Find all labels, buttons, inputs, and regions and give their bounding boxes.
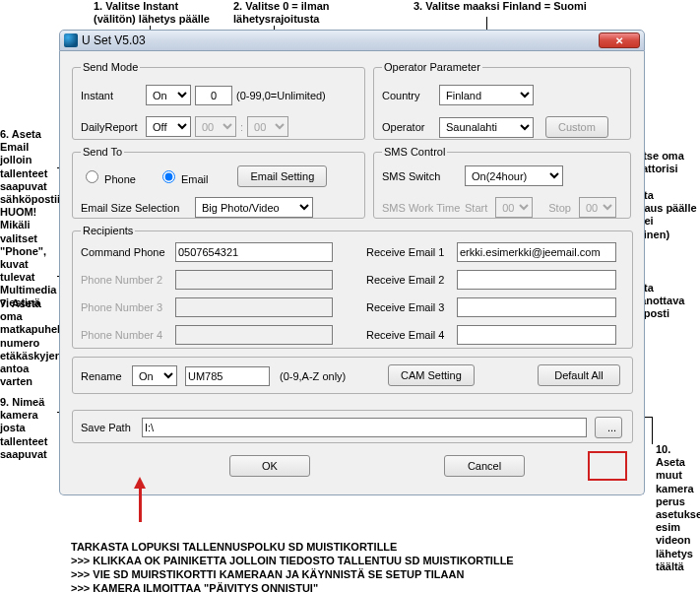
daily-min-select: 00 — [247, 116, 288, 137]
label-command-phone: Command Phone — [81, 246, 171, 258]
label-stop: Stop — [548, 202, 571, 214]
window-titlebar: U Set V5.03 ✕ — [59, 30, 645, 51]
group-operator-parameter: Operator Parameter Country Finland Opera… — [373, 61, 631, 140]
save-path-input[interactable] — [142, 418, 587, 437]
label-save-path: Save Path — [81, 422, 138, 433]
rename-input[interactable] — [185, 366, 270, 386]
close-button[interactable]: ✕ — [599, 33, 640, 48]
annot-10: 10. Aseta muut kamera perus asetukset es… — [656, 443, 700, 573]
app-icon — [64, 33, 78, 47]
legend-send-mode: Send Mode — [81, 61, 140, 73]
footer-line4: >>> KAMERA ILMOITTAA "PÄIVITYS ONNISTUI" — [71, 581, 318, 592]
legend-sms-control: SMS Control — [382, 146, 447, 158]
label-recv-email2: Receive Email 2 — [366, 274, 453, 286]
footer-line2: >>> KLIKKAA OK PAINIKETTA JOLLOIN TIEDOS… — [71, 554, 514, 567]
annot-2: 2. Valitse 0 = ilman lähetysrajoitusta — [233, 0, 351, 26]
label-daily-report: DailyReport — [81, 121, 142, 133]
phone4-input — [175, 325, 333, 345]
label-phone3: Phone Number 3 — [81, 301, 171, 313]
recv-email1-input[interactable] — [457, 242, 616, 262]
annot-3: 3. Valitse maaksi Finland = Suomi — [414, 0, 610, 13]
cam-setting-button[interactable]: CAM Setting — [388, 364, 475, 386]
custom-button[interactable]: Custom — [545, 116, 608, 138]
label-sms-switch: SMS Switch — [382, 170, 461, 182]
label-recv-email4: Receive Email 4 — [366, 329, 453, 341]
command-phone-input[interactable] — [175, 242, 333, 262]
label-country: Country — [382, 90, 435, 101]
label-phone2: Phone Number 2 — [81, 274, 171, 286]
footer-line3: >>> VIE SD MUIRSTIKORTTI KAMERAAN JA KÄY… — [71, 567, 464, 581]
label-unlimited: (0-99,0=Unlimited) — [236, 90, 326, 101]
ok-button[interactable]: OK — [229, 455, 310, 477]
annot-1: 1. Valitse Instant (välitön) lähetys pää… — [94, 0, 212, 26]
annot-7: 7. Aseta oma matkapuhelin numero etäkäsk… — [0, 297, 59, 388]
daily-hour-select: 00 — [195, 116, 236, 137]
radio-email[interactable] — [162, 170, 175, 183]
email-size-select[interactable]: Big Photo/Video — [195, 197, 313, 218]
colon-sep: : — [240, 121, 243, 133]
daily-report-select[interactable]: Off — [146, 116, 191, 137]
recv-email3-input[interactable] — [457, 297, 616, 317]
window-title: U Set V5.03 — [82, 33, 146, 47]
cancel-button[interactable]: Cancel — [444, 455, 525, 477]
phone2-input — [175, 270, 333, 290]
label-email-size: Email Size Selection — [81, 202, 191, 214]
legend-recipients: Recipients — [81, 225, 135, 236]
phone3-input — [175, 297, 333, 317]
group-recipients: Recipients Command Phone Phone Number 2 … — [72, 225, 633, 349]
email-setting-button[interactable]: Email Setting — [237, 165, 327, 187]
annot-6: 6. Aseta Email jolloin tallenteet saapuv… — [0, 128, 59, 310]
label-phone4: Phone Number 4 — [81, 329, 171, 341]
legend-send-to: Send To — [81, 146, 124, 158]
label-start: Start — [465, 202, 487, 214]
group-send-to: Send To Phone Email Email Setting Email … — [72, 146, 365, 219]
recv-email4-input[interactable] — [457, 325, 616, 345]
label-rename-hint: (0-9,A-Z only) — [280, 370, 346, 382]
instant-mode-select[interactable]: On — [146, 85, 191, 105]
default-all-button[interactable]: Default All — [538, 364, 620, 386]
radio-email-text: Email — [181, 173, 209, 185]
group-sms-control: SMS Control SMS Switch On(24hour) SMS Wo… — [373, 146, 631, 219]
group-send-mode: Send Mode Instant On (0-99,0=Unlimited) … — [72, 61, 365, 140]
sms-switch-select[interactable]: On(24hour) — [465, 165, 563, 186]
label-operator: Operator — [382, 121, 435, 133]
browse-button[interactable]: ... — [595, 417, 622, 438]
radio-phone[interactable] — [86, 170, 98, 183]
rename-mode-select[interactable]: On — [132, 365, 177, 386]
annot-9: 9. Nimeä kamera josta tallenteet saapuva… — [0, 396, 59, 461]
recv-email2-input[interactable] — [457, 270, 616, 290]
country-select[interactable]: Finland — [439, 85, 534, 105]
label-recv-email3: Receive Email 3 — [366, 301, 453, 313]
label-recv-email1: Receive Email 1 — [366, 246, 453, 258]
dialog-body: Send Mode Instant On (0-99,0=Unlimited) … — [59, 51, 645, 495]
radio-phone-text: Phone — [104, 173, 136, 185]
legend-operator-parameter: Operator Parameter — [382, 61, 482, 73]
instant-count-input[interactable] — [195, 86, 232, 105]
sms-stop-select: 00 — [579, 197, 616, 218]
label-sms-work-time: SMS Work Time — [382, 202, 461, 214]
label-instant: Instant — [81, 90, 142, 101]
sms-start-select: 00 — [495, 197, 533, 218]
operator-select[interactable]: Saunalahti — [439, 117, 534, 138]
footer-line1: TARKASTA LOPUKSI TALLENNUSPOLKU SD MUIST… — [71, 540, 397, 554]
radio-email-label[interactable]: Email — [158, 167, 209, 185]
label-rename: Rename — [81, 370, 128, 382]
close-icon: ✕ — [615, 35, 623, 46]
radio-phone-label[interactable]: Phone — [81, 167, 136, 185]
